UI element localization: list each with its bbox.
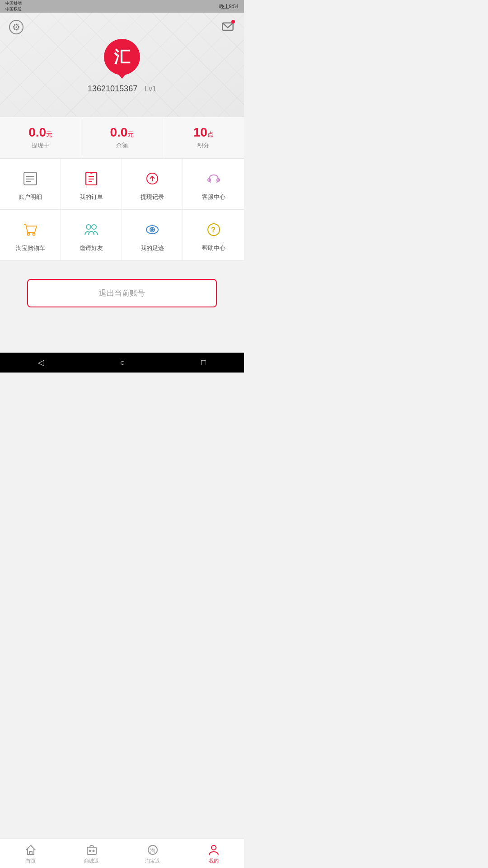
balance-points[interactable]: 10点 积分	[163, 117, 244, 158]
time-display: 晚上9:54	[219, 3, 239, 10]
menu-my-orders[interactable]: 我的订单	[61, 159, 122, 210]
home-button[interactable]: ○	[120, 358, 125, 368]
status-bar: 中国移动 中国联通 晚上9:54	[0, 0, 244, 13]
balance-section: 0.0元 提现中 0.0元 余额 10点 积分	[0, 117, 244, 158]
username: 13621015367	[88, 84, 137, 94]
amount-value: 0.0元	[110, 125, 134, 140]
menu-help-center[interactable]: ? 帮助中心	[183, 210, 244, 261]
avatar-text: 汇	[114, 46, 130, 68]
svg-point-18	[151, 229, 153, 231]
amount-label: 余额	[116, 142, 128, 150]
my-footprint-icon	[142, 220, 162, 240]
back-button[interactable]: ◁	[38, 358, 44, 368]
carrier-info: 中国移动 中国联通	[5, 0, 22, 12]
header-area: 汇 13621015367 Lv1	[0, 13, 244, 117]
points-label: 积分	[197, 142, 209, 150]
menu-grid: 账户明细 我的订单 提现记录	[0, 158, 244, 261]
level-badge: Lv1	[145, 85, 156, 93]
svg-point-13	[33, 233, 35, 236]
svg-point-15	[92, 225, 96, 229]
logout-section: 退出当前账号	[0, 261, 244, 326]
withdraw-record-icon	[142, 169, 162, 189]
menu-my-footprint[interactable]: 我的足迹	[122, 210, 183, 261]
my-orders-icon	[81, 169, 101, 189]
svg-point-12	[28, 233, 30, 236]
withdraw-value: 0.0元	[28, 125, 52, 140]
message-button[interactable]	[221, 20, 235, 34]
menu-invite-friends[interactable]: 邀请好友	[61, 210, 122, 261]
account-detail-label: 账户明细	[19, 193, 42, 201]
balance-amount[interactable]: 0.0元 余额	[81, 117, 163, 158]
menu-withdraw-record[interactable]: 提现记录	[122, 159, 183, 210]
customer-service-icon	[204, 169, 224, 189]
profile-section: 汇 13621015367 Lv1	[9, 39, 235, 94]
balance-withdraw[interactable]: 0.0元 提现中	[0, 117, 81, 158]
svg-point-14	[86, 225, 91, 229]
menu-customer-service[interactable]: 客服中心	[183, 159, 244, 210]
account-detail-icon	[20, 169, 40, 189]
recent-button[interactable]: □	[201, 358, 206, 368]
invite-friends-icon	[81, 220, 101, 240]
customer-service-label: 客服中心	[202, 193, 225, 201]
avatar-container[interactable]: 汇	[104, 39, 140, 75]
header-top	[9, 20, 235, 34]
menu-taobao-cart[interactable]: 淘宝购物车	[0, 210, 61, 261]
android-nav: ◁ ○ □	[0, 353, 244, 373]
help-center-label: 帮助中心	[202, 244, 225, 252]
user-info: 13621015367 Lv1	[88, 84, 156, 94]
withdraw-label: 提现中	[32, 142, 49, 150]
message-badge	[231, 20, 235, 24]
withdraw-record-label: 提现记录	[141, 193, 164, 201]
menu-account-detail[interactable]: 账户明细	[0, 159, 61, 210]
taobao-cart-icon	[20, 220, 40, 240]
my-footprint-label: 我的足迹	[141, 244, 164, 252]
avatar: 汇	[104, 39, 140, 75]
my-orders-label: 我的订单	[80, 193, 103, 201]
svg-text:?: ?	[211, 226, 216, 234]
settings-button[interactable]	[9, 20, 23, 34]
help-center-icon: ?	[204, 220, 224, 240]
invite-friends-label: 邀请好友	[80, 244, 103, 252]
points-value: 10点	[193, 125, 214, 140]
taobao-cart-label: 淘宝购物车	[16, 244, 45, 252]
logout-button[interactable]: 退出当前账号	[27, 279, 217, 307]
